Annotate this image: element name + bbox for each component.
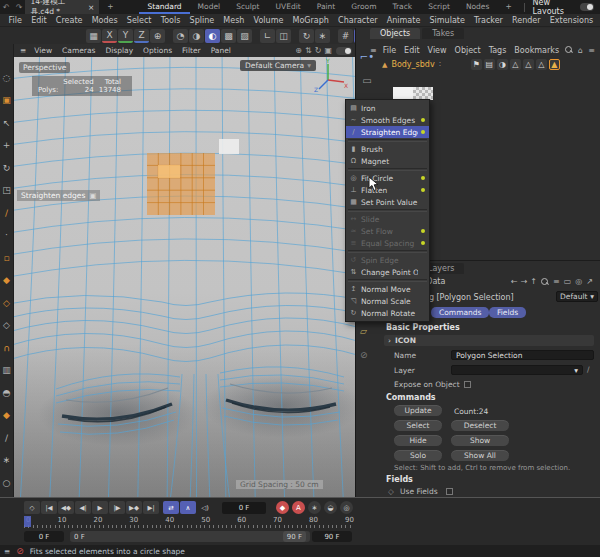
viewport-menu-item[interactable]: Cameras [57,46,100,55]
tool-icon[interactable]: ◓ [0,382,14,405]
context-menu-item[interactable] [348,168,427,171]
object-menu-item[interactable]: Tags [485,46,511,55]
menu-item[interactable]: Extensions [545,16,598,25]
tool-icon[interactable]: ○ [0,472,14,495]
context-menu-item[interactable]: ◹ Normal Scale [346,295,429,307]
loop-button[interactable]: ⇄ [163,501,179,514]
layout-tab[interactable]: Standard [139,0,189,14]
object-menu-item[interactable]: File [379,46,400,55]
range-slider[interactable]: 0 F 90 F [70,531,310,542]
menu-item[interactable]: Select [122,16,156,25]
tool-icon[interactable]: + [0,134,14,157]
toolbar-icon[interactable]: ◫ [276,29,291,43]
expose-checkbox[interactable] [464,381,471,388]
layout-tab[interactable]: Groom [343,0,384,14]
context-menu-item[interactable] [348,209,427,212]
menu-item[interactable]: Edit [27,16,52,25]
toolbar-icon[interactable]: X [102,29,117,43]
move-mini-icon[interactable]: ⌐• [360,44,374,68]
tool-icon[interactable]: ◌ [0,67,14,90]
export-icon[interactable]: ↗ [586,277,593,286]
menu-item[interactable]: Tools [156,16,185,25]
transport-button[interactable]: ▶| [143,501,159,514]
undo-icon[interactable]: ↶ [3,3,10,12]
context-menu-item[interactable] [348,139,427,142]
context-menu-item[interactable]: ↥ Normal Move [346,283,429,295]
transport-button[interactable]: |▶ [109,501,125,514]
timeline-ruler[interactable]: 0102030405060708090 [24,516,354,529]
toolbar-icon[interactable]: ◔ [173,29,188,43]
layout-tab[interactable]: Model [190,0,229,14]
menu-item[interactable]: MoGraph [288,16,334,25]
viewport-menu-item[interactable]: Filter [177,46,206,55]
toolbar-icon[interactable]: ◑ [189,29,204,43]
object-tag-icon[interactable]: △ [523,59,534,70]
menu-item[interactable]: Create [51,16,87,25]
toolbar-icon[interactable] [166,29,172,43]
tool-icon[interactable]: ◇ [0,314,14,337]
object-row[interactable]: ▲ Body_sbdv ∶ ⚑▤◑△△△▲ [382,59,560,70]
viewport-nav-icon[interactable]: ⊕ [295,46,302,55]
record-button[interactable]: ◒ [324,501,337,514]
nav-icon[interactable]: ← [511,277,518,286]
camera-selector[interactable]: Default Camera ▾ [240,60,316,71]
tool-icon[interactable]: ∕ [0,202,14,225]
menu-item[interactable]: Modes [87,16,122,25]
context-menu-item[interactable]: ↔ Slide [346,213,429,225]
layout-tab[interactable]: UVEdit [268,0,309,14]
object-tag-icon[interactable]: △ [536,59,547,70]
menu-item[interactable]: File [4,16,27,25]
tab-fields[interactable]: Fields [489,307,526,318]
context-menu-item[interactable]: ⊥ Flatten [346,184,429,196]
toolbar-icon[interactable]: # [338,29,353,43]
toolbar-icon[interactable]: Z [134,29,149,43]
add-layout-icon[interactable]: + [497,0,519,14]
visibility-dots[interactable]: ∶ [439,60,441,69]
hide-button[interactable]: Hide [394,435,442,446]
preset-dropdown[interactable]: Default ▾ [556,291,598,302]
viewport-nav-icon[interactable]: ⇅ [305,46,312,55]
viewport-toggle[interactable] [336,47,352,55]
tool-icon[interactable]: ▫ [0,247,14,270]
tab-commands[interactable]: Commands [431,307,489,318]
context-menu-item[interactable]: ≡ Equal Spacing [346,237,429,249]
viewport-nav-icon[interactable]: ↻ [315,46,322,55]
toolbar-icon[interactable] [253,29,259,43]
menu-item[interactable]: Spline [185,16,219,25]
context-menu-item[interactable]: ~ Smooth Edges [346,114,429,126]
toolbar-icon[interactable]: ▨ [237,29,252,43]
toolbar-icon[interactable]: ◐ [205,29,220,43]
solo-button[interactable]: Solo [394,450,442,461]
viewport-menu-item[interactable]: View [29,46,57,55]
hamburger-icon[interactable]: ≡ [4,547,10,556]
viewport-canvas[interactable] [14,44,355,497]
toolbar-icon[interactable]: ∟ [260,29,275,43]
range-button[interactable]: ∧ [180,501,196,514]
layouts-toggle[interactable] [580,3,594,11]
transport-button[interactable]: ◀| [75,501,91,514]
context-menu-item[interactable]: ▤ Iron [346,102,429,114]
show-button[interactable]: Show [451,435,509,446]
home-icon[interactable]: ⌂ [578,46,583,55]
transport-button[interactable]: ▶◆ [126,501,142,514]
document-tab[interactable]: 14-建模工具.c4d * × [25,0,99,14]
filter-icon[interactable]: ≡ [588,46,595,55]
search-icon[interactable] [541,278,549,286]
tool-icon[interactable]: ◇ [0,292,14,315]
viewport-menu-item[interactable]: Panel [206,46,236,55]
layout-tab[interactable]: Track [385,0,421,14]
transport-button[interactable]: ◀◆ [58,501,74,514]
transport-button[interactable]: ▶ [92,501,108,514]
lock-icon[interactable]: ▭ [564,277,572,286]
layout-tab[interactable]: Nodes [458,0,497,14]
object-tag-icon[interactable]: △ [510,59,521,70]
tool-icon[interactable]: ▣ [0,89,14,112]
tool-icon[interactable]: ∗ [0,449,14,472]
search-icon[interactable] [565,46,573,54]
tool-icon[interactable]: ↻ [0,157,14,180]
update-button[interactable]: Update [394,405,442,416]
object-tag-icon[interactable]: ◑ [497,59,508,70]
pencil-circle-icon[interactable]: ⊘ [360,343,368,367]
name-field[interactable]: Polygon Selection [451,350,594,360]
object-menu-item[interactable]: Edit [400,46,424,55]
